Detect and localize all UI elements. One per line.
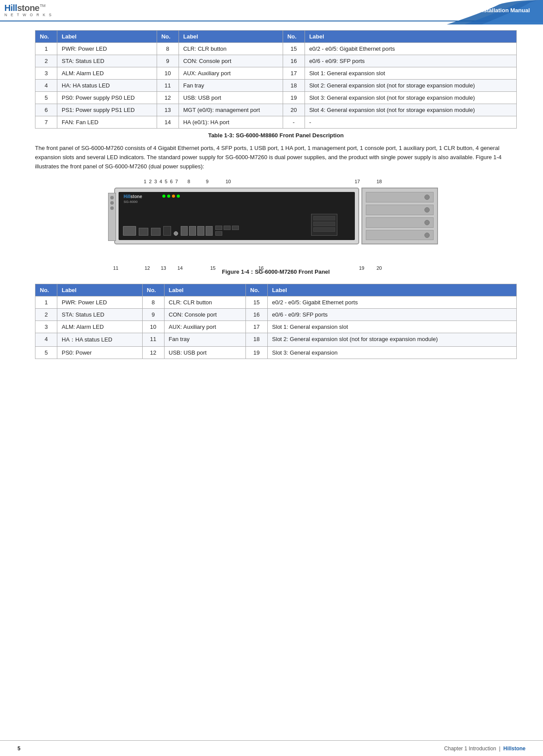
- chapter-label: Chapter 1 Introduction: [444, 746, 496, 752]
- table1-cell-1-1: STA: Status LED: [57, 55, 157, 67]
- table1-row-0: 1PWR: Power LED8CLR: CLR button15e0/2 - …: [35, 43, 517, 55]
- table1-cell-5-2: 13: [157, 104, 179, 116]
- label-10-top: 10: [226, 179, 231, 184]
- slot-2-circle: [424, 207, 430, 213]
- table1-cell-4-3: USB: USB port: [179, 92, 283, 104]
- slot-1: [366, 192, 434, 202]
- device-psu: [108, 193, 116, 241]
- table2-cell-0-5: e0/2 - e0/5: Gigabit Ethernet ports: [267, 296, 516, 309]
- table2-cell-1-0: 2: [35, 309, 57, 321]
- led-4: [177, 195, 180, 198]
- table1-cell-0-2: 8: [157, 43, 179, 55]
- table2-cell-3-3: Fan tray: [164, 333, 245, 347]
- t2-col-label-2: Label: [164, 284, 245, 296]
- table2-cell-1-1: STA: Status LED: [57, 309, 143, 321]
- table1-cell-0-0: 1: [35, 43, 57, 55]
- table1-row-2: 3ALM: Alarm LED10AUX: Auxiliary port17Sl…: [35, 67, 517, 80]
- table2-cell-2-0: 3: [35, 321, 57, 333]
- table1-cell-2-4: 17: [283, 67, 305, 80]
- table2-cell-4-4: 19: [245, 347, 267, 359]
- fan-3: [313, 227, 335, 232]
- col-no-3: No.: [283, 31, 305, 43]
- table1-cell-3-5: Slot 2: General expansion slot (not for …: [305, 80, 516, 92]
- table1-cell-1-5: e0/6 - e0/9: SFP ports: [305, 55, 516, 67]
- device-console-port: [139, 228, 148, 236]
- table1-cell-6-1: FAN: Fan LED: [57, 116, 157, 129]
- table1-cell-4-1: PS0: Power supply PS0 LED: [57, 92, 157, 104]
- table2-cell-0-3: CLR: CLR button: [164, 296, 245, 309]
- table1-body: 1PWR: Power LED8CLR: CLR button15e0/2 - …: [35, 43, 517, 129]
- table2-cell-4-3: USB: USB port: [164, 347, 245, 359]
- fan-2: [313, 222, 335, 226]
- page-content: No. Label No. Label No. Label 1PWR: Powe…: [0, 21, 543, 371]
- logo-area: HillstoneTM N E T W O R K S: [4, 3, 54, 17]
- hillstone-logo: HillstoneTM N E T W O R K S: [4, 3, 53, 17]
- table2-row-3: 4HA：HA status LED11Fan tray18Slot 2: Gen…: [35, 333, 517, 347]
- device-usb-port: [163, 226, 171, 236]
- body-paragraph: The front panel of SG-6000-M7260 consist…: [35, 144, 517, 171]
- table-header-row: No. Label No. Label No. Label: [35, 31, 517, 43]
- label-12-bottom: 12: [145, 265, 150, 271]
- table-m7260: No. Label No. Label No. Label 1PWR: Powe…: [35, 284, 517, 359]
- table2-cell-3-5: Slot 2: General expansion slot (not for …: [267, 333, 516, 347]
- table1-cell-0-4: 15: [283, 43, 305, 55]
- table1-cell-1-2: 9: [157, 55, 179, 67]
- slot-4: [366, 230, 434, 240]
- table2-cell-1-2: 9: [142, 309, 164, 321]
- sfp-port-1: [215, 226, 222, 230]
- table1-cell-0-3: CLR: CLR button: [179, 43, 283, 55]
- led-1: [162, 195, 165, 198]
- eth-port-2: [189, 226, 196, 236]
- sfp-port-4: [215, 231, 222, 236]
- eth-port-3: [197, 226, 204, 236]
- label-17-top: 17: [355, 179, 360, 184]
- col-label-3: Label: [305, 31, 516, 43]
- expansion-slots: [361, 188, 438, 244]
- footer-separator: |: [499, 746, 501, 752]
- slot-1-circle: [424, 195, 430, 200]
- table1-cell-6-3: HA (e0/1): HA port: [179, 116, 283, 129]
- eth-port-4: [206, 226, 213, 236]
- table1-cell-2-3: AUX: Auxiliary port: [179, 67, 283, 80]
- device-fan-tray: [311, 214, 337, 236]
- table2-body: 1PWR: Power LED8CLR: CLR button15e0/2 - …: [35, 296, 517, 359]
- label-18-top: 18: [377, 179, 382, 184]
- sfp-port-2: [224, 226, 231, 230]
- footer-chapter-text: Chapter 1 Introduction | Hillstone: [444, 746, 525, 752]
- device-mgt-port: [123, 226, 136, 236]
- table2-cell-2-1: ALM: Alarm LED: [57, 321, 143, 333]
- table2-cell-1-3: CON: Console port: [164, 309, 245, 321]
- table2-cell-4-1: PS0: Power: [57, 347, 143, 359]
- footer-brand: Hillstone: [503, 746, 525, 752]
- table1-cell-2-2: 10: [157, 67, 179, 80]
- led-3: [172, 195, 175, 198]
- figure-area: 1 2 3 4 5 6 7 8 9 10 17 18 Hillstone: [35, 178, 517, 281]
- table1-cell-4-2: 12: [157, 92, 179, 104]
- table2-cell-4-2: 12: [142, 347, 164, 359]
- table2-row-2: 3ALM: Alarm LED10AUX: Auxiliary port17Sl…: [35, 321, 517, 333]
- slot-4-circle: [424, 233, 430, 238]
- table2-cell-0-1: PWR: Power LED: [57, 296, 143, 309]
- slot-3-circle: [424, 220, 430, 225]
- device-leds: [162, 195, 180, 198]
- table1-cell-3-4: 18: [283, 80, 305, 92]
- table2-cell-3-2: 11: [142, 333, 164, 347]
- label-15-bottom: 15: [210, 265, 216, 271]
- table1-row-4: 5PS0: Power supply PS0 LED12USB: USB por…: [35, 92, 517, 104]
- table2-cell-2-4: 17: [245, 321, 267, 333]
- t2-col-label-1: Label: [57, 284, 143, 296]
- slot-2: [366, 205, 434, 215]
- document-title: Hillstone Multi-core Security Appliance …: [372, 7, 530, 14]
- table2-cell-0-0: 1: [35, 296, 57, 309]
- table1-cell-4-0: 5: [35, 92, 57, 104]
- table2-header-row: No. Label No. Label No. Label: [35, 284, 517, 296]
- table2-cell-0-2: 8: [142, 296, 164, 309]
- table1-cell-4-4: 19: [283, 92, 305, 104]
- device-clr-button: [174, 231, 178, 236]
- label-9-top: 9: [206, 179, 209, 184]
- logo-tm: TM: [40, 3, 46, 8]
- table2-row-4: 5PS0: Power12USB: USB port19Slot 3: Gene…: [35, 347, 517, 359]
- table2-cell-2-2: 10: [142, 321, 164, 333]
- table2-cell-0-4: 15: [245, 296, 267, 309]
- label-8-top: 8: [188, 179, 190, 184]
